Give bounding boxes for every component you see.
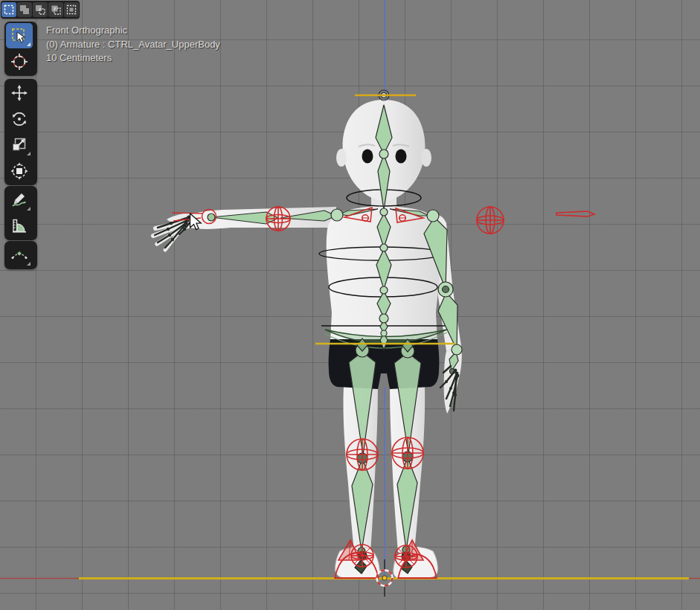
transform-icon (10, 162, 28, 180)
move-icon (10, 84, 28, 102)
select-extend-icon (19, 4, 30, 16)
select-set-icon (3, 4, 15, 16)
tool-cursor[interactable] (6, 49, 33, 74)
tool-pose-breakdowner[interactable] (6, 243, 33, 268)
cursor-tool-icon (10, 53, 28, 71)
select-mode-subtract[interactable] (33, 2, 48, 17)
select-mode-bar (1, 1, 80, 19)
tool-annotate[interactable] (6, 187, 33, 213)
tool-measure[interactable] (6, 214, 33, 239)
measure-icon (10, 217, 28, 235)
eye-right (396, 150, 407, 164)
select-mode-extend[interactable] (17, 2, 32, 17)
select-mode-intersect[interactable] (64, 2, 79, 17)
view-name-label: Front Orthographic (46, 24, 220, 38)
ik-target-sphere-control (477, 207, 504, 234)
grid-scale-label: 10 Centimeters (46, 51, 220, 65)
select-subtract-icon (34, 4, 46, 16)
toolbar-group-select (4, 22, 37, 76)
knee-sphere-left (347, 439, 378, 470)
eye-left (362, 150, 373, 164)
tool-move[interactable] (6, 80, 33, 106)
blade-control (556, 211, 594, 216)
knee-sphere-right (392, 437, 423, 469)
tool-transform[interactable] (6, 158, 33, 184)
active-object-label: (0) Armature : CTRL_Avatar_UpperBody (46, 38, 220, 52)
toolbar-group-pose (4, 241, 37, 269)
select-intersect-icon (65, 4, 77, 16)
toolbar-group-transform (4, 79, 37, 185)
scale-icon (10, 136, 28, 154)
3d-viewport[interactable]: Front Orthographic (0) Armature : CTRL_A… (0, 0, 700, 610)
select-mode-invert[interactable] (48, 2, 63, 17)
annotate-icon (10, 191, 28, 209)
select-mode-set[interactable] (1, 2, 16, 17)
toolbar-group-annotate (4, 186, 37, 240)
pose-breakdowner-icon (10, 246, 28, 264)
tool-scale[interactable] (6, 132, 33, 158)
elbow-sphere-control (266, 207, 290, 231)
select-box-icon (10, 27, 28, 45)
rotate-icon (10, 110, 28, 128)
select-invert-icon (50, 4, 62, 16)
tool-select-box[interactable] (6, 23, 33, 48)
tool-rotate[interactable] (6, 106, 33, 132)
viewport-header: Front Orthographic (0) Armature : CTRL_A… (46, 24, 220, 65)
scene-canvas (0, 0, 700, 610)
